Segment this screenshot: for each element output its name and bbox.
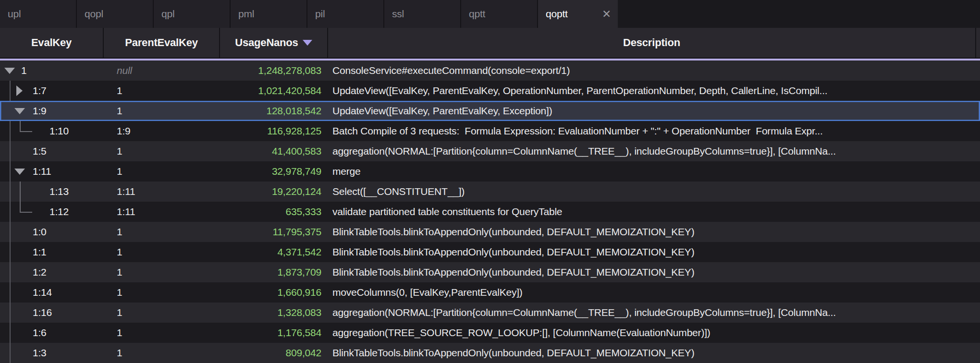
- description-cell: BlinkTableTools.blinkToAppendOnly(unboun…: [328, 222, 980, 242]
- tab-label: qpl: [161, 0, 174, 28]
- sort-desc-icon: [303, 40, 312, 46]
- usagenanos-cell: 1,176,584: [220, 323, 328, 343]
- evalkey-value: 1:12: [49, 202, 69, 222]
- collapse-icon[interactable]: [14, 108, 25, 114]
- header-filler: [976, 28, 979, 58]
- evalkey-cell: 1:11: [0, 161, 104, 182]
- table-row[interactable]: 1:3 1 809,042 BlinkTableTools.blinkToApp…: [0, 343, 980, 363]
- evalkey-cell: 1:5: [0, 141, 104, 161]
- evalkey-cell: 1:12: [0, 202, 104, 222]
- parentevalkey-cell: 1:11: [104, 202, 220, 222]
- evalkey-cell: 1:0: [0, 222, 104, 242]
- column-header-usagenanos[interactable]: UsageNanos: [220, 28, 328, 58]
- tab-qoptt-active[interactable]: qoptt ✕: [538, 0, 618, 28]
- table-row[interactable]: 1:14 1 1,660,916 moveColumns(0, [EvalKey…: [0, 282, 980, 302]
- table-row[interactable]: 1:2 1 1,873,709 BlinkTableTools.blinkToA…: [0, 262, 980, 282]
- column-header-parentevalkey[interactable]: ParentEvalKey: [104, 28, 220, 58]
- description-cell: Batch Compile of 3 requests: Formula Exp…: [328, 121, 980, 141]
- usagenanos-cell: 32,978,749: [220, 161, 328, 182]
- table-row[interactable]: 1:1 1 4,371,542 BlinkTableTools.blinkToA…: [0, 242, 980, 262]
- evalkey-cell: 1:6: [0, 323, 104, 343]
- tab-label: pml: [238, 0, 254, 28]
- evalkey-value: 1: [21, 60, 26, 81]
- parentevalkey-cell: 1: [104, 222, 220, 242]
- tab-label: upl: [8, 0, 21, 28]
- parentevalkey-cell: 1: [104, 343, 220, 363]
- column-header-label: Description: [623, 28, 680, 58]
- evalkey-cell: 1:10: [0, 121, 104, 141]
- parentevalkey-cell: 1: [104, 242, 220, 262]
- column-header-evalkey[interactable]: EvalKey: [0, 28, 104, 58]
- evalkey-value: 1:3: [33, 343, 47, 363]
- table-row[interactable]: 1:11 1 32,978,749 merge: [0, 161, 980, 182]
- usagenanos-cell: 116,928,125: [220, 121, 328, 141]
- tab-pil[interactable]: pil: [307, 0, 384, 28]
- collapse-icon[interactable]: [14, 169, 25, 175]
- table-row[interactable]: 1:6 1 1,176,584 aggregation(TREE_SOURCE_…: [0, 323, 980, 343]
- usagenanos-cell: 1,660,916: [220, 282, 328, 302]
- evalkey-value: 1:0: [33, 222, 47, 242]
- table-row[interactable]: 1:12 1:11 635,333 validate partitioned t…: [0, 202, 980, 222]
- table-row[interactable]: 1:13 1:11 19,220,124 Select([__CONSTITUE…: [0, 182, 980, 202]
- parentevalkey-cell: 1: [104, 101, 220, 121]
- tab-upl[interactable]: upl: [0, 0, 77, 28]
- description-cell: UpdateView([EvalKey, ParentEvalKey, Oper…: [328, 81, 980, 101]
- parentevalkey-cell: 1: [104, 323, 220, 343]
- table-row[interactable]: 1:10 1:9 116,928,125 Batch Compile of 3 …: [0, 121, 980, 141]
- close-icon[interactable]: ✕: [597, 0, 611, 28]
- evalkey-cell: 1:9: [0, 101, 104, 121]
- parentevalkey-cell: 1: [104, 81, 220, 101]
- evalkey-value: 1:9: [33, 101, 47, 121]
- column-header-label: ParentEvalKey: [125, 28, 198, 58]
- evalkey-value: 1:10: [49, 121, 69, 141]
- table-row[interactable]: 1:5 1 41,400,583 aggregation(NORMAL:[Par…: [0, 141, 980, 161]
- description-cell: BlinkTableTools.blinkToAppendOnly(unboun…: [328, 262, 980, 282]
- parentevalkey-cell: 1: [104, 302, 220, 323]
- evalkey-value: 1:13: [49, 182, 69, 202]
- table-row-selected[interactable]: 1:9 1 128,018,542 UpdateView([EvalKey, P…: [0, 101, 980, 121]
- usagenanos-cell: 1,873,709: [220, 262, 328, 282]
- parentevalkey-cell: 1:9: [104, 121, 220, 141]
- evalkey-value: 1:11: [33, 161, 51, 182]
- tab-qptt[interactable]: qptt: [461, 0, 538, 28]
- evalkey-cell: 1:3: [0, 343, 104, 363]
- evalkey-cell: 1: [0, 60, 104, 81]
- tree-vertical-connector: [20, 182, 21, 202]
- description-cell: moveColumns(0, [EvalKey,ParentEvalKey]): [328, 282, 980, 302]
- table-row[interactable]: 1:7 1 1,021,420,584 UpdateView([EvalKey,…: [0, 81, 980, 101]
- evalkey-cell: 1:1: [0, 242, 104, 262]
- tab-ssl[interactable]: ssl: [384, 0, 461, 28]
- usagenanos-cell: 1,248,278,083: [220, 60, 328, 81]
- collapse-icon[interactable]: [4, 68, 15, 74]
- tab-qopl[interactable]: qopl: [77, 0, 154, 28]
- description-cell: aggregation(NORMAL:[Partition{column=Col…: [328, 302, 980, 323]
- evalkey-value: 1:5: [33, 141, 47, 161]
- usagenanos-cell: 1,328,083: [220, 302, 328, 323]
- parentevalkey-cell: 1:11: [104, 182, 220, 202]
- evalkey-cell: 1:13: [0, 182, 104, 202]
- table-row[interactable]: 1:0 1 11,795,375 BlinkTableTools.blinkTo…: [0, 222, 980, 242]
- tab-label: qptt: [469, 0, 485, 28]
- usagenanos-cell: 128,018,542: [220, 101, 328, 121]
- tab-qpl[interactable]: qpl: [154, 0, 231, 28]
- tree-guide-line: [10, 81, 11, 363]
- tree-elbow-connector: [20, 121, 32, 132]
- usagenanos-cell: 635,333: [220, 202, 328, 222]
- column-header-description[interactable]: Description: [328, 28, 976, 58]
- description-cell: aggregation(NORMAL:[Partition{column=Col…: [328, 141, 980, 161]
- table-header-row: EvalKey ParentEvalKey UsageNanos Descrip…: [0, 28, 980, 58]
- evalkey-value: 1:2: [33, 262, 47, 282]
- table-row[interactable]: 1 null 1,248,278,083 ConsoleService#exec…: [0, 60, 980, 81]
- expand-icon[interactable]: [16, 85, 23, 96]
- table-row[interactable]: 1:16 1 1,328,083 aggregation(NORMAL:[Par…: [0, 302, 980, 323]
- tab-pml[interactable]: pml: [231, 0, 307, 28]
- usagenanos-cell: 11,795,375: [220, 222, 328, 242]
- tab-label: qopl: [85, 0, 103, 28]
- table-body: 1 null 1,248,278,083 ConsoleService#exec…: [0, 60, 980, 363]
- column-header-label: EvalKey: [31, 28, 72, 58]
- description-cell: ConsoleService#executeCommand(console=ex…: [328, 60, 980, 81]
- description-cell: merge: [328, 161, 980, 182]
- description-cell: UpdateView([EvalKey, ParentEvalKey, Exce…: [328, 101, 980, 121]
- parentevalkey-cell: null: [104, 60, 220, 81]
- usagenanos-cell: 4,371,542: [220, 242, 328, 262]
